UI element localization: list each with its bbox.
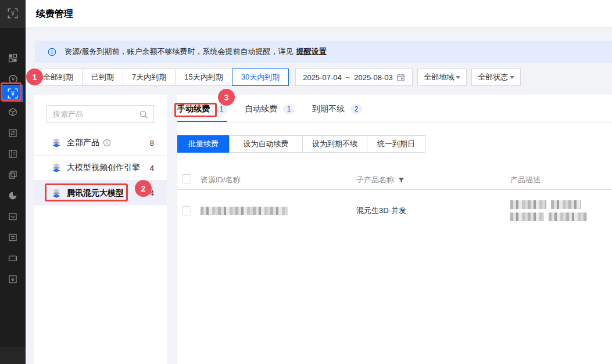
date-end: 2025-08-03 <box>354 73 393 82</box>
filter-15-days[interactable]: 15天内到期 <box>175 69 232 86</box>
ticket-icon[interactable] <box>0 251 26 265</box>
tab-count-badge: 2 <box>350 104 362 114</box>
product-item-label: 大模型视频创作引擎 <box>67 163 140 173</box>
info-icon <box>48 48 56 56</box>
svg-text:¥: ¥ <box>11 10 15 16</box>
product-stack-icon <box>51 138 62 148</box>
filter-expired[interactable]: 已到期 <box>82 69 123 86</box>
tab-label: 自动续费 <box>245 104 277 114</box>
filter-7-days[interactable]: 7天内到期 <box>123 69 176 86</box>
product-item-count: 4 <box>150 189 154 197</box>
tab-count-badge: 1 <box>283 104 295 114</box>
sidebar-footer[interactable] <box>0 347 26 364</box>
batch-renew-button[interactable]: 批量续费 <box>177 135 230 153</box>
filter-30-days[interactable]: 30天内到期 <box>232 69 289 86</box>
list-doc-icon[interactable] <box>0 230 26 244</box>
status-dropdown-value: 全部状态 <box>478 72 508 82</box>
expiry-filter-row: 全部到期 已到期 7天内到期 15天内到期 30天内到期 2025-07-04 … <box>34 69 521 86</box>
redacted-description <box>510 200 546 209</box>
product-search-box <box>46 105 154 123</box>
set-no-renew-button[interactable]: 设为到期不续 <box>302 135 367 153</box>
filter-funnel-icon[interactable] <box>398 177 405 183</box>
dashboard-grid-icon[interactable] <box>0 51 26 65</box>
page-title: 续费管理 <box>36 8 73 20</box>
date-range-picker[interactable]: 2025-07-04 ~ 2025-08-03 <box>295 69 413 86</box>
column-header-resource-id: 资源ID/名称 <box>201 175 241 185</box>
date-separator: ~ <box>346 73 350 82</box>
redacted-resource-id <box>201 207 288 215</box>
filter-all-expiry[interactable]: 全部到期 <box>34 69 83 86</box>
product-list-panel: 全部产品 8 大模型视频创作引擎 4 腾讯混元大模型 4 <box>34 95 167 364</box>
product-stack-icon <box>51 188 62 199</box>
select-all-checkbox[interactable] <box>182 174 191 183</box>
search-icon <box>139 110 148 119</box>
renewal-bracket-yen-icon[interactable]: ¥ <box>2 85 23 102</box>
tab-manual-renewal[interactable]: 手动续费 1 <box>177 95 227 122</box>
tab-auto-renewal[interactable]: 自动续费 1 <box>245 95 295 122</box>
transfer-doc-icon[interactable] <box>0 126 26 140</box>
product-list: 全部产品 8 大模型视频创作引擎 4 腾讯混元大模型 4 <box>34 131 167 206</box>
sub-product-cell: 混元生3D-并发 <box>356 206 406 216</box>
product-stack-icon <box>51 163 62 173</box>
banner-text: 资源/服务到期前，账户余额不够续费时，系统会提前自动提醒，详见 <box>65 46 294 57</box>
reminder-settings-link[interactable]: 提醒设置 <box>296 46 327 57</box>
product-item-label: 腾讯混元大模型 <box>67 188 124 199</box>
batch-action-toolbar: 批量续费 设为自动续费 设为到期不续 统一到期日 <box>177 135 425 153</box>
cube-icon[interactable] <box>0 105 26 119</box>
table-header-divider <box>177 189 612 190</box>
info-banner: 资源/服务到期前，账户余额不够续费时，系统会提前自动提醒，详见 提醒设置 <box>35 41 612 63</box>
region-dropdown-value: 全部地域 <box>424 72 454 82</box>
tab-no-renewal[interactable]: 到期不续 2 <box>312 95 362 122</box>
table-header-row: 资源ID/名称 子产品名称 产品描述 <box>177 170 612 189</box>
redacted-description <box>549 212 587 221</box>
panel-doc-icon[interactable] <box>0 147 26 161</box>
row-checkbox[interactable] <box>182 206 191 215</box>
column-header-description: 产品描述 <box>510 175 541 185</box>
billing-bracket-yen-icon: ¥ <box>8 8 18 20</box>
product-item-label: 全部产品 <box>67 138 99 148</box>
product-item-all[interactable]: 全部产品 8 <box>34 131 167 156</box>
unify-expiry-date-button[interactable]: 统一到期日 <box>367 135 425 153</box>
status-dropdown[interactable]: 全部状态 <box>471 69 521 86</box>
svg-text:¥: ¥ <box>11 91 15 97</box>
product-item-hunyuan[interactable]: 腾讯混元大模型 4 <box>34 181 167 206</box>
tab-count-badge: 1 <box>216 104 227 114</box>
layers-icon[interactable] <box>0 168 26 182</box>
region-dropdown[interactable]: 全部地域 <box>417 69 467 86</box>
tab-label: 到期不续 <box>312 104 345 114</box>
calendar-icon <box>396 73 405 82</box>
column-header-label: 子产品名称 <box>356 175 394 185</box>
renewal-management-page: ¥ ¥ ¥ <box>0 0 612 364</box>
chevron-down-icon <box>456 76 460 79</box>
download-box-icon[interactable] <box>0 272 26 286</box>
column-header-sub-product: 子产品名称 <box>356 175 405 185</box>
product-item-video-engine[interactable]: 大模型视频创作引擎 4 <box>34 156 167 181</box>
info-circle-icon[interactable] <box>103 139 111 147</box>
product-item-count: 4 <box>150 164 154 172</box>
renewal-tabbar: 手动续费 1 自动续费 1 到期不续 2 <box>177 95 612 122</box>
tab-label: 手动续费 <box>177 104 210 114</box>
product-item-count: 8 <box>150 139 154 147</box>
renewal-main-panel: 手动续费 1 自动续费 1 到期不续 2 批量续费 设为自动续费 设为到期不续 … <box>177 95 612 364</box>
pie-chart-icon[interactable] <box>0 189 26 203</box>
page-header: 续费管理 <box>26 0 612 28</box>
redacted-description <box>510 212 544 221</box>
coin-yen-icon[interactable]: ¥ <box>0 72 26 86</box>
search-input[interactable] <box>53 106 137 122</box>
left-nav-sidebar: ¥ ¥ ¥ <box>0 0 26 364</box>
redacted-description <box>551 200 581 209</box>
envelope-icon[interactable] <box>0 210 26 224</box>
svg-text:¥: ¥ <box>11 76 15 82</box>
date-start: 2025-07-04 <box>303 73 342 82</box>
set-auto-renew-button[interactable]: 设为自动续费 <box>229 135 303 153</box>
sidebar-top-item[interactable]: ¥ <box>0 0 26 28</box>
chevron-down-icon <box>510 76 514 79</box>
